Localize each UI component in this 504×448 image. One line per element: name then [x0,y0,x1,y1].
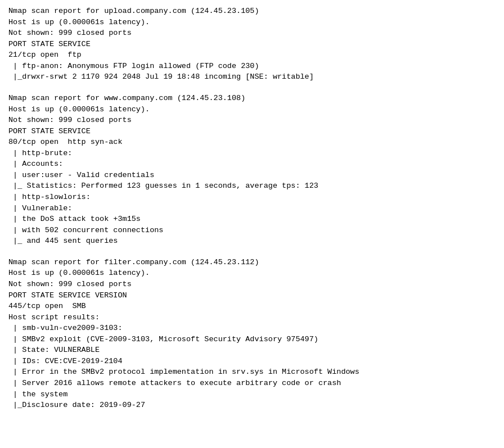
line-0-5: | ftp-anon: Anonymous FTP login allowed … [8,62,259,70]
line-0-2: Not shown: 999 closed ports [8,29,132,37]
line-2-2: Not shown: 999 closed ports [8,280,132,288]
line-1-6: | Accounts: [8,160,63,168]
line-1-5: | http-brute: [8,149,72,157]
line-2-6: | smb-vuln-cve2009-3103: [8,324,123,332]
line-2-0: Nmap scan report for filter.company.com … [8,258,259,266]
line-1-1: Host is up (0.000061s latency). [8,105,150,114]
line-2-7: | SMBv2 exploit (CVE-2009-3103, Microsof… [8,335,318,343]
line-0-3: PORT STATE SERVICE [8,40,91,48]
line-2-1: Host is up (0.000061s latency). [8,269,150,277]
line-2-5: Host script results: [8,313,100,322]
line-1-10: | Vulnerable: [8,204,72,212]
line-1-4: 80/tcp open http syn-ack [8,138,123,146]
line-1-11: | the DoS attack took +3m15s [8,215,141,223]
line-1-3: PORT STATE SERVICE [8,127,91,135]
line-0-0: Nmap scan report for upload.company.com … [8,7,259,15]
line-0-1: Host is up (0.000061s latency). [8,18,150,26]
line-1-13: |_ and 445 sent queries [8,237,118,245]
scan-section-3: Nmap scan report for filter.company.com … [8,257,496,411]
line-2-11: | Server 2016 allows remote attackers to… [8,379,341,387]
line-0-4: 21/tcp open ftp [8,51,82,59]
line-1-0: Nmap scan report for www.company.com (12… [8,94,245,102]
terminal-output: Nmap scan report for upload.company.com … [8,6,496,411]
line-0-6: |_drwxr-srwt 2 1170 924 2048 Jul 19 18:4… [8,73,314,81]
line-1-12: | with 502 concurrent connections [8,226,163,234]
line-1-7: | user:user - Valid credentials [8,171,154,179]
line-2-12: | the system [8,390,68,399]
line-1-8: |_ Statistics: Performed 123 guesses in … [8,182,318,190]
line-2-4: 445/tcp open SMB [8,302,86,310]
line-1-2: Not shown: 999 closed ports [8,116,132,124]
line-2-3: PORT STATE SERVICE VERSION [8,291,127,300]
scan-section-2: Nmap scan report for www.company.com (12… [8,93,496,247]
line-2-13: |_Disclosure date: 2019-09-27 [8,401,145,409]
line-2-9: | IDs: CVE:CVE-2019-2104 [8,357,123,365]
line-2-10: | Error in the SMBv2 protocol implementa… [8,368,359,376]
scan-section-1: Nmap scan report for upload.company.com … [8,6,496,83]
line-2-8: | State: VULNERABLE [8,346,100,354]
line-1-9: | http-slowloris: [8,193,91,201]
